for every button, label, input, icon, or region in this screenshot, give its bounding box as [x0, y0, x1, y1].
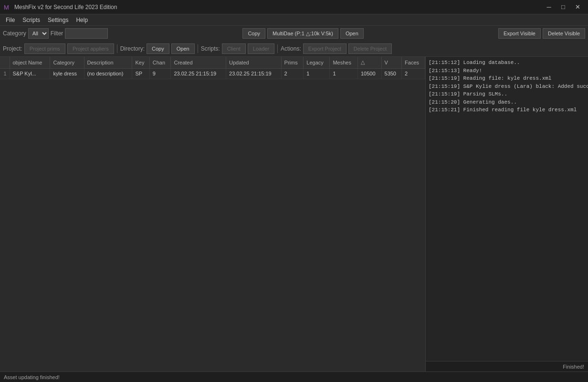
- table-cell: 23.02.25 21:15:19: [226, 68, 282, 79]
- col-faces[interactable]: Faces: [402, 57, 425, 68]
- title-left: M MeshFix v2 for Second Life 2023 Editio…: [4, 3, 117, 11]
- toolbar-row-1: Category All Filter Copy MultiDae (P:1 △…: [0, 26, 588, 41]
- right-status-text: Finished!: [563, 364, 584, 370]
- table-cell: SP: [132, 68, 149, 79]
- menu-bar: File Scripts Settings Help: [0, 14, 588, 26]
- maximize-button[interactable]: □: [556, 2, 570, 12]
- table-cell: S&P Kyl...: [10, 68, 50, 79]
- scripts-label: Scripts:: [201, 45, 220, 52]
- table-cell: 5350: [381, 68, 402, 79]
- project-appliers-button[interactable]: Project appliers: [67, 43, 114, 54]
- copy-button[interactable]: Copy: [242, 28, 265, 39]
- table-body: 1S&P Kyl...kyle dress(no description)SP9…: [0, 68, 425, 79]
- log-line: [21:15:19] Parsing SLMs..: [429, 90, 585, 98]
- table-header: object Name Category Description Key Cha…: [0, 57, 425, 68]
- status-bar: Asset updating finished!: [0, 371, 588, 382]
- table-cell: 2: [281, 68, 304, 79]
- log-line: [21:15:19] S&P Kylie dress (Lara) black:…: [429, 83, 585, 91]
- right-panel: [21:15:12] Loading database..[21:15:13] …: [426, 57, 588, 371]
- dir-open-button[interactable]: Open: [171, 43, 195, 54]
- col-num[interactable]: [0, 57, 10, 68]
- data-table: object Name Category Description Key Cha…: [0, 57, 425, 79]
- table-cell: 1: [330, 68, 358, 79]
- title-controls: ─ □ ✕: [542, 2, 584, 12]
- log-line: [21:15:20] Generating daes..: [429, 98, 585, 106]
- table-wrapper[interactable]: object Name Category Description Key Cha…: [0, 57, 425, 371]
- col-meshes[interactable]: Meshes: [330, 57, 358, 68]
- log-area[interactable]: [21:15:12] Loading database..[21:15:13] …: [426, 57, 588, 361]
- col-key[interactable]: Key: [132, 57, 149, 68]
- delete-project-button[interactable]: Delete Project: [348, 43, 392, 54]
- log-line: [21:15:19] Reading file: kyle dress.xml: [429, 74, 585, 83]
- open-button[interactable]: Open: [340, 28, 364, 39]
- table-cell: 9: [149, 68, 171, 79]
- col-name[interactable]: object Name: [10, 57, 50, 68]
- filter-input[interactable]: [65, 28, 108, 39]
- table-cell: (no description): [84, 68, 132, 79]
- svg-text:M: M: [4, 4, 9, 11]
- export-project-button[interactable]: Export Project: [303, 43, 346, 54]
- col-created[interactable]: Created: [171, 57, 226, 68]
- menu-scripts[interactable]: Scripts: [19, 16, 44, 24]
- col-chan[interactable]: Chan: [149, 57, 171, 68]
- close-button[interactable]: ✕: [571, 2, 584, 12]
- loader-button[interactable]: Loader: [248, 43, 274, 54]
- title-text: MeshFix v2 for Second Life 2023 Edition: [14, 4, 117, 11]
- col-updated[interactable]: Updated: [226, 57, 282, 68]
- actions-label: Actions:: [281, 45, 301, 52]
- multidae-button[interactable]: MultiDae (P:1 △:10k V:5k): [267, 28, 338, 39]
- directory-label: Directory:: [120, 45, 145, 52]
- category-label: Category: [3, 30, 26, 37]
- col-prims[interactable]: Prims: [281, 57, 304, 68]
- project-prims-button[interactable]: Project prims: [24, 43, 65, 54]
- main-area: object Name Category Description Key Cha…: [0, 57, 588, 371]
- table-cell: 23.02.25 21:15:19: [171, 68, 226, 79]
- export-visible-button[interactable]: Export Visible: [498, 28, 541, 39]
- right-status: Finished!: [426, 361, 588, 371]
- table-row[interactable]: 1S&P Kyl...kyle dress(no description)SP9…: [0, 68, 425, 79]
- left-panel: object Name Category Description Key Cha…: [0, 57, 426, 371]
- category-select[interactable]: All: [28, 28, 49, 39]
- project-label: Project:: [3, 45, 22, 52]
- menu-help[interactable]: Help: [72, 16, 92, 24]
- col-category[interactable]: Category: [50, 57, 84, 68]
- status-left: Asset updating finished!: [4, 374, 60, 380]
- delete-visible-button[interactable]: Delete Visible: [543, 28, 585, 39]
- toolbar-area: Category All Filter Copy MultiDae (P:1 △…: [0, 26, 588, 57]
- dir-copy-button[interactable]: Copy: [147, 43, 169, 54]
- col-description[interactable]: Description: [84, 57, 132, 68]
- toolbar-row-2: Project: Project prims Project appliers …: [0, 41, 588, 56]
- filter-label: Filter: [51, 30, 63, 37]
- table-cell: 1: [304, 68, 330, 79]
- log-line: [21:15:12] Loading database..: [429, 59, 585, 67]
- minimize-button[interactable]: ─: [542, 2, 556, 12]
- client-button[interactable]: Client: [222, 43, 246, 54]
- col-legacy[interactable]: Legacy: [304, 57, 330, 68]
- col-triangles[interactable]: △: [357, 57, 381, 68]
- col-vertices[interactable]: V: [381, 57, 402, 68]
- log-line: [21:15:13] Ready!: [429, 67, 585, 75]
- table-cell: kyle dress: [50, 68, 84, 79]
- table-cell: 1: [0, 68, 10, 79]
- app-icon: M: [4, 3, 11, 11]
- menu-file[interactable]: File: [2, 16, 19, 24]
- table-cell: 2: [402, 68, 425, 79]
- log-line: [21:15:21] Finished reading file kyle dr…: [429, 106, 585, 114]
- table-cell: 10500: [357, 68, 381, 79]
- menu-settings[interactable]: Settings: [44, 16, 72, 24]
- title-bar: M MeshFix v2 for Second Life 2023 Editio…: [0, 0, 588, 14]
